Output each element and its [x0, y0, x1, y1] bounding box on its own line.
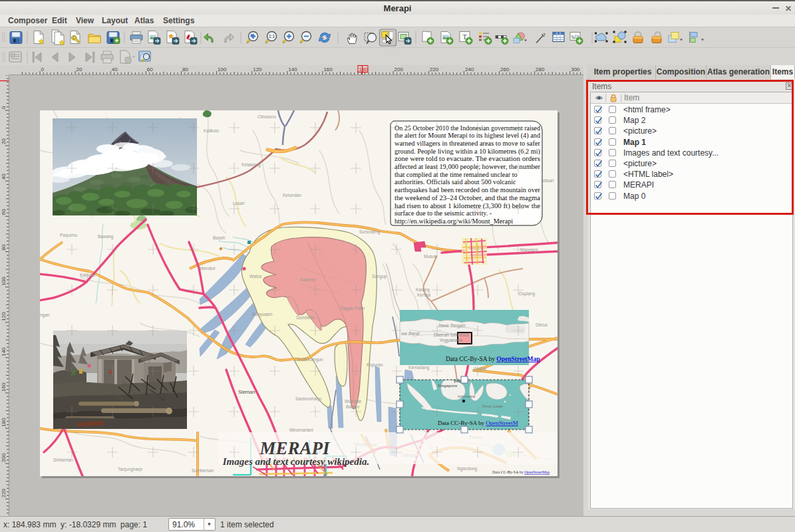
svg-text:0: 0: [1, 106, 7, 109]
svg-text:Candibinangun: Candibinangun: [294, 357, 323, 362]
svg-text:Watos: Watos: [249, 274, 262, 279]
svg-text:1:1: 1:1: [269, 34, 275, 39]
svg-text:220: 220: [1, 488, 7, 497]
svg-text:180: 180: [359, 66, 369, 72]
svg-text:0: 0: [41, 66, 45, 72]
svg-text:zone were told to evacuate. Th: zone were told to evacuate. The evacuati…: [395, 155, 540, 162]
svg-text:20: 20: [1, 138, 7, 144]
svg-text:Singapore: Singapore: [438, 384, 458, 388]
svg-text:that complied at the time rema: that complied at the time remained uncle…: [395, 171, 518, 178]
svg-text:Sumbersan: Sumbersan: [192, 468, 214, 473]
svg-text:140: 140: [1, 347, 7, 356]
svg-text:MERAPI: MERAPI: [259, 438, 331, 458]
svg-text:120: 120: [1, 312, 7, 321]
svg-text:160: 160: [323, 66, 333, 72]
svg-text:Sursodeng: Sursodeng: [359, 229, 381, 235]
svg-text:100: 100: [1, 277, 7, 286]
svg-text:40: 40: [1, 174, 7, 180]
svg-text:Gondtellu: Gondtellu: [296, 315, 315, 320]
svg-text:220: 220: [430, 66, 439, 72]
svg-text:60: 60: [147, 66, 153, 72]
svg-text:ground. People living within a: ground. People living within a 10 kilome…: [395, 148, 540, 156]
svg-text:Bawang: Bawang: [98, 234, 114, 239]
svg-text:Indonesia: Indonesia: [458, 394, 476, 398]
svg-text:Sardonoharjo: Sardonoharjo: [295, 396, 321, 402]
svg-text:300: 300: [571, 66, 580, 72]
svg-text:Citrosono: Citrosono: [257, 114, 276, 119]
svg-text:Data CC-By-SA by OpenStreetMap: Data CC-By-SA by OpenStreetMap: [492, 470, 550, 474]
svg-text:240: 240: [465, 66, 474, 72]
svg-text:Wuklode: Wuklode: [345, 399, 362, 404]
svg-text:ngan: ngan: [40, 313, 50, 318]
svg-text:Timor-Leste: Timor-Leste: [482, 404, 504, 408]
svg-text:Yogyakarta: Yogyakarta: [439, 338, 462, 343]
svg-text:200: 200: [395, 66, 404, 72]
svg-text:Kalikuto: Kalikuto: [204, 128, 220, 133]
svg-text:Mended: Mended: [200, 266, 216, 271]
svg-text:Kamiren: Kamiren: [300, 277, 317, 282]
svg-text:Musuk: Musuk: [424, 254, 437, 259]
svg-text:Losari: Losari: [233, 201, 245, 205]
svg-text:120: 120: [253, 66, 262, 72]
svg-text:80: 80: [1, 244, 7, 250]
svg-text:Kemadang: Kemadang: [408, 365, 430, 370]
svg-text:100: 100: [218, 66, 227, 72]
svg-text:Glagah Putor: Glagah Putor: [339, 306, 365, 311]
svg-text:Tanjungharjo: Tanjungharjo: [118, 467, 143, 472]
svg-text:Jawa Tengah: Jawa Tengah: [437, 323, 465, 329]
svg-text:60: 60: [1, 209, 7, 215]
svg-text:the weekend of 23–24 October,: the weekend of 23–24 October, and that t…: [395, 194, 540, 201]
svg-text:Ngandong: Ngandong: [457, 466, 477, 471]
svg-text:140: 140: [288, 66, 297, 72]
svg-text:Kalijoso: Kalijoso: [80, 273, 95, 278]
svg-text:Karang: Karang: [416, 287, 430, 293]
svg-text:Kendal: Kendal: [417, 293, 431, 297]
svg-text:Banyuasin: Banyuasin: [252, 312, 273, 317]
svg-text:Daerah Istimewa: Daerah Istimewa: [434, 332, 469, 337]
svg-text:Images and text courtesy wikip: Images and text courtesy wikipedia.: [222, 456, 369, 467]
svg-text:Ketundan: Ketundan: [283, 193, 301, 198]
svg-text:Data CC-By-SA by OpenStreetMap: Data CC-By-SA by OpenStreetMap: [446, 356, 540, 362]
svg-text:warned villagers in threatened: warned villagers in threatened areas to …: [395, 140, 541, 147]
svg-text:80: 80: [182, 66, 188, 72]
svg-text:Gubak: Gubak: [474, 366, 487, 371]
svg-text:Sleman: Sleman: [238, 389, 255, 395]
svg-text:Baseh: Baseh: [213, 235, 226, 240]
svg-text:180: 180: [1, 418, 7, 427]
svg-text:200: 200: [1, 453, 7, 462]
svg-text:Ketawang: Ketawang: [241, 162, 261, 168]
svg-text:affected at least 19,000 peopl: affected at least 19,000 people; however…: [395, 163, 541, 170]
svg-text:280: 280: [536, 66, 545, 72]
svg-text:Minomartani: Minomartani: [289, 428, 313, 432]
svg-text:Sangup: Sangup: [372, 274, 387, 279]
svg-text:earthquakes had been recorded: earthquakes had been recorded on the mou…: [395, 186, 541, 194]
svg-text:20: 20: [77, 66, 82, 72]
svg-text:Data CC-By-SA by OpenStreetM: Data CC-By-SA by OpenStreetM: [438, 420, 518, 426]
svg-text:40: 40: [112, 66, 118, 72]
svg-text:wa Barat: wa Barat: [401, 331, 420, 336]
svg-text:authorities. Officials said ab: authorities. Officials said about 500 vo…: [395, 178, 516, 186]
svg-text:Kopuran: Kopuran: [367, 362, 383, 368]
svg-text:260: 260: [500, 66, 510, 72]
svg-text:Dilnus: Dilnus: [536, 323, 548, 327]
svg-text:Magelegi: Magelegi: [520, 247, 538, 253]
svg-text:http://en.wikipedia.org/wiki/M: http://en.wikipedia.org/wiki/Mount_Merap…: [395, 217, 513, 225]
svg-text:Simbertan: Simbertan: [53, 458, 73, 462]
svg-text:Banjen: Banjen: [346, 404, 360, 410]
svg-text:160: 160: [1, 382, 7, 392]
svg-text:Doplang: Doplang: [519, 291, 536, 297]
svg-text:Parpomo: Parpomo: [60, 233, 78, 238]
